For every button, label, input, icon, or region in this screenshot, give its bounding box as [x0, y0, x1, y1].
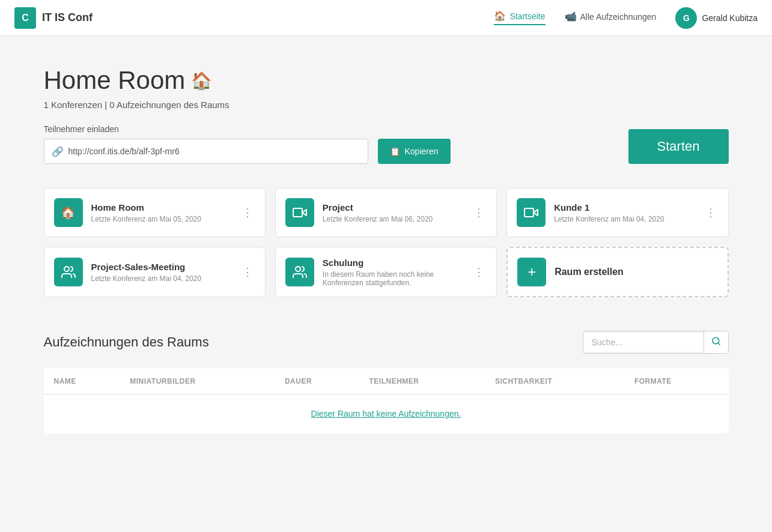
room-name-2: Kunde 1: [554, 202, 694, 213]
invite-url-input[interactable]: [68, 147, 360, 156]
room-icon-home: 🏠: [54, 198, 83, 227]
room-date-2: Letzte Konferenz am Mai 04, 2020: [554, 215, 694, 223]
home-title-icon: 🏠: [191, 71, 212, 91]
svg-point-5: [296, 267, 300, 271]
svg-rect-3: [524, 208, 533, 217]
recordings-header: Aufzeichnungen des Raums: [44, 331, 729, 354]
recordings-title: Aufzeichnungen des Raums: [44, 334, 209, 350]
room-menu-1[interactable]: ⋮: [471, 204, 487, 222]
video-nav-icon: 📹: [565, 11, 577, 22]
search-input[interactable]: [583, 333, 704, 352]
invite-input-row: 🔗: [44, 139, 368, 164]
room-icon-schulung: [285, 258, 314, 286]
room-date-0: Letzte Konferenz am Mai 05, 2020: [91, 215, 231, 223]
invite-section: Teilnehmer einladen 🔗 📋 Kopieren Starten: [44, 124, 729, 164]
nav-alle-aufzeichnungen[interactable]: 📹 Alle Aufzeichnungen: [565, 11, 657, 25]
room-name-0: Home Room: [91, 202, 231, 213]
brand-logo[interactable]: C IT IS Conf: [14, 7, 93, 29]
navbar: C IT IS Conf 🏠 Startseite 📹 Alle Aufzeic…: [0, 0, 772, 36]
col-visibility: SICHTBARKEIT: [485, 369, 625, 394]
create-room-card[interactable]: + Raum erstellen: [506, 247, 728, 297]
svg-line-7: [718, 343, 720, 345]
room-name-3: Project-Sales-Meeting: [91, 262, 231, 272]
brand-name: IT IS Conf: [42, 11, 93, 24]
copy-label: Kopieren: [405, 147, 439, 156]
nav-alle-label: Alle Aufzeichnungen: [580, 12, 657, 22]
room-info-project: Project Letzte Konferenz am Mai 06, 2020: [323, 202, 463, 223]
page-subtitle: 1 Konferenzen | 0 Aufzeichnungen des Rau…: [44, 100, 729, 110]
user-avatar: G: [675, 7, 697, 29]
room-date-4: In diesem Raum haben noch keine Konferen…: [323, 270, 463, 287]
room-card-sales[interactable]: Project-Sales-Meeting Letzte Konferenz a…: [44, 247, 266, 297]
invite-group: Teilnehmer einladen 🔗: [44, 124, 368, 164]
room-card-project[interactable]: Project Letzte Konferenz am Mai 06, 2020…: [275, 188, 497, 237]
nav-startseite-label: Startseite: [509, 11, 545, 21]
room-date-3: Letzte Konferenz am Mai 04, 2020: [91, 274, 231, 283]
room-icon-project: [285, 198, 314, 227]
room-icon-kunde1: [517, 198, 546, 227]
room-card-schulung[interactable]: Schulung In diesem Raum haben noch keine…: [275, 247, 497, 297]
room-card-home-room[interactable]: 🏠 Home Room Letzte Konferenz am Mai 05, …: [44, 188, 266, 237]
recordings-table: NAME MINIATURBILDER DAUER TEILNEHMER SIC…: [44, 368, 729, 434]
main-content: Home Room 🏠 1 Konferenzen | 0 Aufzeichnu…: [20, 36, 753, 458]
user-name: Gerald Kubitza: [702, 13, 758, 23]
home-nav-icon: 🏠: [494, 10, 506, 22]
room-info-home: Home Room Letzte Konferenz am Mai 05, 20…: [91, 202, 231, 223]
room-menu-4[interactable]: ⋮: [471, 263, 487, 281]
nav-startseite[interactable]: 🏠 Startseite: [494, 10, 545, 25]
copy-icon: 📋: [390, 147, 400, 156]
page-header: Home Room 🏠 1 Konferenzen | 0 Aufzeichnu…: [44, 66, 729, 110]
room-date-1: Letzte Konferenz am Mai 06, 2020: [323, 215, 463, 223]
table-body: Dieser Raum hat keine Aufzeichnungen.: [44, 394, 728, 434]
table-empty-row: Dieser Raum hat keine Aufzeichnungen.: [44, 394, 728, 434]
copy-button[interactable]: 📋 Kopieren: [378, 139, 451, 164]
col-formats: FORMATE: [625, 369, 728, 394]
room-info-kunde1: Kunde 1 Letzte Konferenz am Mai 04, 2020: [554, 202, 694, 223]
col-duration: DAUER: [275, 369, 360, 394]
page-title-row: Home Room 🏠: [44, 66, 729, 95]
room-name-4: Schulung: [323, 258, 463, 268]
room-icon-sales: [54, 258, 83, 286]
rooms-grid: 🏠 Home Room Letzte Konferenz am Mai 05, …: [44, 188, 729, 297]
search-button[interactable]: [704, 331, 728, 353]
room-card-kunde1[interactable]: Kunde 1 Letzte Konferenz am Mai 04, 2020…: [506, 188, 728, 237]
invite-label: Teilnehmer einladen: [44, 124, 368, 134]
room-info-schulung: Schulung In diesem Raum haben noch keine…: [323, 258, 463, 287]
page-title: Home Room: [44, 66, 186, 95]
create-room-icon: +: [517, 258, 546, 286]
user-menu[interactable]: G Gerald Kubitza: [675, 7, 758, 29]
start-button[interactable]: Starten: [628, 129, 729, 164]
svg-marker-2: [533, 210, 538, 216]
room-menu-3[interactable]: ⋮: [240, 263, 255, 281]
room-menu-0[interactable]: ⋮: [240, 204, 255, 222]
room-info-sales: Project-Sales-Meeting Letzte Konferenz a…: [91, 262, 231, 283]
svg-marker-0: [302, 210, 306, 216]
recordings-section: Aufzeichnungen des Raums NAME MINIATURBI…: [44, 331, 729, 434]
room-name-1: Project: [323, 202, 463, 213]
col-name: NAME: [44, 369, 120, 394]
create-room-label: Raum erstellen: [555, 267, 624, 277]
empty-message: Dieser Raum hat keine Aufzeichnungen.: [44, 394, 728, 434]
empty-message-text: Dieser Raum hat keine Aufzeichnungen.: [311, 409, 461, 419]
link-icon: 🔗: [52, 146, 64, 157]
col-participants: TEILNEHMER: [359, 369, 485, 394]
svg-point-4: [64, 267, 69, 271]
brand-icon: C: [14, 7, 36, 29]
col-thumbnails: MINIATURBILDER: [120, 369, 275, 394]
search-box: [583, 331, 729, 354]
room-menu-2[interactable]: ⋮: [703, 204, 719, 222]
svg-rect-1: [293, 208, 302, 217]
navbar-nav: 🏠 Startseite 📹 Alle Aufzeichnungen G Ger…: [494, 7, 758, 29]
table-header: NAME MINIATURBILDER DAUER TEILNEHMER SIC…: [44, 369, 728, 394]
